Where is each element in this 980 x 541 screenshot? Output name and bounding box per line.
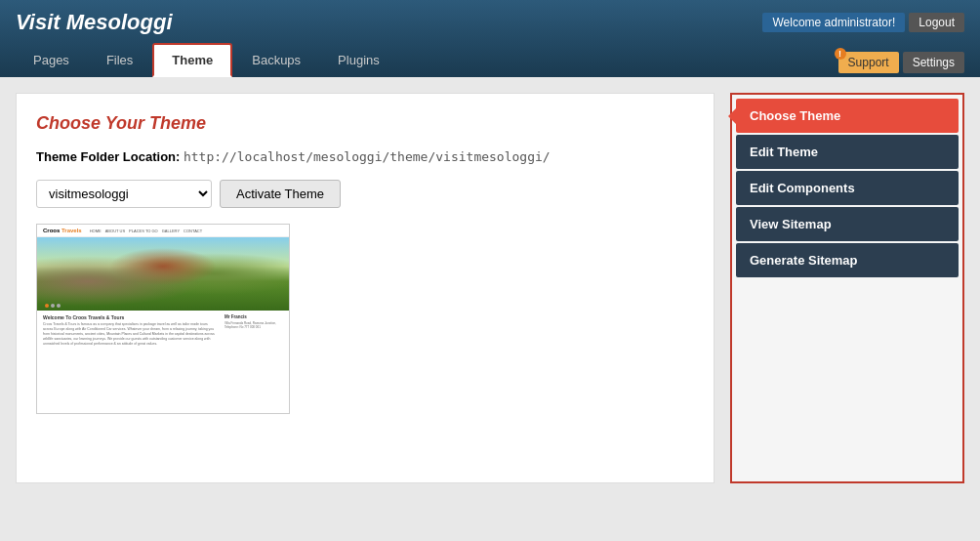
- notification-icon: !: [835, 48, 846, 60]
- activate-theme-button[interactable]: Activate Theme: [220, 180, 341, 208]
- preview-inner: Croos Travels HOMEABOUT USPLACES TO GOGA…: [37, 225, 289, 413]
- header: Visit Mesologgi Welcome administrator! L…: [0, 0, 980, 77]
- theme-preview: Croos Travels HOMEABOUT USPLACES TO GOGA…: [36, 224, 290, 414]
- preview-content: Welcome To Croos Travels & Tours Croos T…: [37, 311, 289, 350]
- preview-logo: Croos Travels: [43, 228, 82, 233]
- preview-body: Croos Travels & Tours is famous as a com…: [43, 322, 219, 346]
- settings-button[interactable]: Settings: [903, 52, 964, 73]
- preview-sidebar: Mr Francis Villa Femanda Road, Ramona Ju…: [225, 314, 283, 346]
- sidebar-item-choose-theme[interactable]: Choose Theme: [736, 99, 959, 133]
- sidebar-item-edit-theme[interactable]: Edit Theme: [736, 135, 959, 169]
- tab-theme[interactable]: Theme: [152, 43, 232, 77]
- sidebar-item-edit-components[interactable]: Edit Components: [736, 171, 959, 205]
- sidebar-item-view-sitemap[interactable]: View Sitemap: [736, 207, 959, 241]
- header-top: Visit Mesologgi Welcome administrator! L…: [16, 10, 964, 43]
- right-panel: Choose Theme Edit Theme Edit Components …: [730, 93, 964, 483]
- nav-right: ! Support Settings: [838, 52, 964, 77]
- support-button[interactable]: ! Support: [838, 52, 899, 73]
- tab-backups[interactable]: Backups: [234, 43, 318, 77]
- header-right: Welcome administrator! Logout: [762, 13, 964, 32]
- nav-bar: Pages Files Theme Backups Plugins ! Supp…: [16, 43, 964, 77]
- preview-dots: [45, 304, 61, 308]
- logout-button[interactable]: Logout: [909, 13, 964, 32]
- preview-heading: Welcome To Croos Travels & Tours: [43, 314, 219, 320]
- folder-label: Theme Folder Location:: [36, 149, 180, 164]
- preview-hero-image: [37, 237, 289, 311]
- sidebar-menu: Choose Theme Edit Theme Edit Components …: [736, 99, 959, 277]
- main-content: Choose Your Theme Theme Folder Location:…: [0, 77, 980, 499]
- site-title: Visit Mesologgi: [16, 10, 173, 35]
- left-panel: Choose Your Theme Theme Folder Location:…: [16, 93, 715, 483]
- tab-plugins[interactable]: Plugins: [320, 43, 397, 77]
- preview-sidebar-body: Villa Femanda Road, Ramona Junction, Tel…: [225, 321, 283, 329]
- nav-tabs: Pages Files Theme Backups Plugins: [16, 43, 397, 77]
- page-title: Choose Your Theme: [36, 113, 694, 134]
- theme-controls: visitmesologgi Activate Theme: [36, 180, 694, 208]
- folder-url: http://localhost/mesologgi/theme/visitme…: [184, 149, 551, 164]
- tab-pages[interactable]: Pages: [16, 43, 87, 77]
- preview-nav-links: HOMEABOUT USPLACES TO GOGALLERYCONTACT: [90, 229, 202, 233]
- sidebar-item-generate-sitemap[interactable]: Generate Sitemap: [736, 243, 959, 277]
- preview-main-text: Welcome To Croos Travels & Tours Croos T…: [43, 314, 219, 346]
- preview-sidebar-heading: Mr Francis: [225, 314, 283, 319]
- theme-select[interactable]: visitmesologgi: [36, 180, 212, 208]
- folder-location: Theme Folder Location: http://localhost/…: [36, 149, 694, 164]
- welcome-text: Welcome administrator!: [762, 13, 905, 32]
- tab-files[interactable]: Files: [89, 43, 150, 77]
- preview-nav: Croos Travels HOMEABOUT USPLACES TO GOGA…: [37, 225, 289, 237]
